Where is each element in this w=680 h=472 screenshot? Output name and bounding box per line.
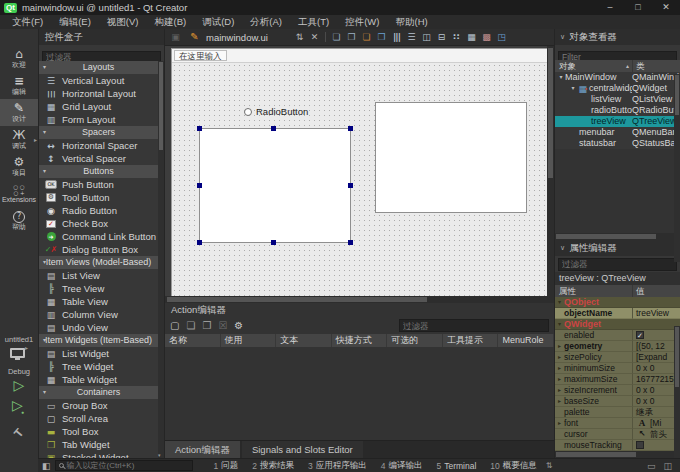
edit-buddies-icon[interactable] <box>360 30 373 45</box>
menu-item[interactable]: 工具(T) <box>290 15 337 29</box>
layout-vertical-icon[interactable] <box>405 30 418 45</box>
property-row[interactable]: ▸geometry[(50, 12 <box>555 341 680 352</box>
property-value[interactable]: treeView <box>632 308 680 319</box>
mode-设计[interactable]: 设计 <box>0 99 38 126</box>
property-value[interactable]: 继承 <box>632 407 680 418</box>
widget-box-category[interactable]: ▾Buttons <box>39 165 158 178</box>
output-pane-button[interactable]: 10概要信息 <box>483 460 543 472</box>
widget-box-item[interactable]: Group Box <box>39 399 158 412</box>
expander-icon[interactable]: ▸ <box>555 418 564 428</box>
layout-horizontal-icon[interactable] <box>390 30 403 45</box>
scrollbar-thumb[interactable] <box>167 297 427 302</box>
action-editor-column[interactable]: 文本 <box>276 334 332 347</box>
widget-box-item[interactable]: Undo View <box>39 321 158 334</box>
run-icon[interactable]: ▷ <box>0 377 38 393</box>
object-tree-row[interactable]: treeViewQTreeView <box>555 116 680 127</box>
canvas-vertical-scrollbar[interactable] <box>547 46 554 296</box>
split-icon[interactable] <box>293 30 306 45</box>
expander-icon[interactable]: ▸ <box>555 352 564 362</box>
selection-handle[interactable] <box>197 183 202 188</box>
menu-item[interactable]: 帮助(H) <box>387 15 435 29</box>
expander-icon[interactable]: ▾ <box>555 319 564 329</box>
object-inspector-hscrollbar[interactable] <box>555 233 674 240</box>
property-value[interactable]: [Mi <box>632 418 680 429</box>
adjust-size-icon[interactable] <box>495 30 508 45</box>
property-row[interactable]: ▸maximumSize16777215 <box>555 374 680 385</box>
mode-帮助[interactable]: 帮助 <box>0 207 38 234</box>
property-value[interactable]: 箭头 <box>632 429 680 440</box>
action-editor-column[interactable]: 可选的 <box>387 334 443 347</box>
property-row[interactable]: ▸sizeIncrement0 x 0 <box>555 385 680 396</box>
object-tree-row[interactable]: ▾centralwidgetQWidget <box>555 83 680 94</box>
bottom-tab-Signals and Slots Editor[interactable]: Signals and Slots Editor <box>242 441 363 458</box>
widget-box-item[interactable]: Form Layout <box>39 113 158 126</box>
checkbox-icon[interactable] <box>636 331 644 339</box>
new-action-icon[interactable] <box>170 319 179 333</box>
property-row[interactable]: cursor箭头 <box>555 429 680 440</box>
maximize-button[interactable]: □ <box>624 0 652 15</box>
property-row[interactable]: ▸baseSize0 x 0 <box>555 396 680 407</box>
break-layout-icon[interactable] <box>480 30 493 45</box>
property-value[interactable]: 0 x 0 <box>632 363 680 374</box>
widget-box-item[interactable]: List View <box>39 269 158 282</box>
mode-编辑[interactable]: 编辑 <box>0 72 38 99</box>
widget-box-item[interactable]: Horizontal Spacer <box>39 139 158 152</box>
action-editor-table-body[interactable] <box>165 347 554 440</box>
widget-box-item[interactable]: Tab Widget <box>39 438 158 451</box>
property-editor-vscrollbar[interactable] <box>674 326 680 472</box>
column-property[interactable]: 属性 <box>555 285 632 297</box>
widget-box-item[interactable]: Column View <box>39 308 158 321</box>
list-view-widget[interactable] <box>375 102 527 213</box>
mode-项目[interactable]: 项目 <box>0 153 38 180</box>
debug-run-icon[interactable]: ▷ <box>0 397 38 416</box>
selection-handle[interactable] <box>348 126 353 131</box>
selection-handle[interactable] <box>348 183 353 188</box>
expander-icon[interactable]: ▸ <box>555 363 564 373</box>
edit-tab-order-icon[interactable] <box>375 30 388 45</box>
widget-box-item[interactable]: Grid Layout <box>39 100 158 113</box>
property-row[interactable]: enabled <box>555 330 680 341</box>
widget-box-item[interactable]: Dialog Button Box <box>39 243 158 256</box>
close-document-icon[interactable] <box>308 30 321 45</box>
scrollbar-thumb[interactable] <box>159 62 163 150</box>
property-editor-hscrollbar[interactable] <box>555 451 674 458</box>
output-pane-button[interactable]: 2搜索结果 <box>245 460 301 472</box>
action-editor-column[interactable]: 名称 <box>165 334 221 347</box>
widget-box-item[interactable]: Table Widget <box>39 373 158 386</box>
close-button[interactable]: ✕ <box>652 0 680 15</box>
output-pane-button[interactable]: 5Terminal <box>429 460 483 472</box>
object-tree-row[interactable]: ▾MainWindowQMainWindow <box>555 72 680 83</box>
widget-box-item[interactable]: Tool Button <box>39 191 158 204</box>
column-object[interactable]: 对象▴ <box>555 60 632 72</box>
property-value[interactable]: 16777215 <box>632 374 680 385</box>
object-tree-row[interactable]: menubarQMenuBar <box>555 127 680 138</box>
widget-box-item[interactable]: Radio Button <box>39 204 158 217</box>
output-pane-button[interactable]: 1问题 <box>207 460 246 472</box>
menu-item[interactable]: 视图(V) <box>99 15 147 29</box>
progress-details-icon[interactable]: ▭ <box>647 461 656 471</box>
mode-调试[interactable]: 调试▸ <box>0 126 38 153</box>
property-row[interactable]: ▸minimumSize0 x 0 <box>555 363 680 374</box>
action-editor-column[interactable]: 使用 <box>221 334 277 347</box>
property-row[interactable]: ▸sizePolicy[Expand <box>555 352 680 363</box>
property-value[interactable]: 0 x 0 <box>632 396 680 407</box>
widget-box-item[interactable]: Push Button <box>39 178 158 191</box>
property-row[interactable]: mouseTracking <box>555 440 680 451</box>
bottom-tab-Action编辑器[interactable]: Action编辑器 <box>165 441 240 458</box>
object-tree-row[interactable]: radioButtonQRadioButton <box>555 105 680 116</box>
output-pane-arrows-icon[interactable]: ⇅ <box>546 461 553 470</box>
action-editor-column[interactable]: MenuRole <box>498 334 554 347</box>
checkbox-icon[interactable] <box>636 441 644 449</box>
widget-box-item[interactable]: Tree View <box>39 282 158 295</box>
expander-icon[interactable]: ▸ <box>555 341 564 351</box>
property-row[interactable]: objectNametreeView <box>555 308 680 319</box>
property-value[interactable]: 0 x 0 <box>632 385 680 396</box>
object-inspector-vscrollbar[interactable] <box>674 74 680 262</box>
widget-box-category[interactable]: ▾Item Widgets (Item-Based) <box>39 334 158 347</box>
property-category[interactable]: ▾QObject <box>555 297 680 308</box>
widget-box-item[interactable]: List Widget <box>39 347 158 360</box>
mode-欢迎[interactable]: 欢迎 <box>0 45 38 72</box>
mode-Extensions[interactable]: Extensions <box>0 180 38 207</box>
property-row[interactable]: ▸font[Mi <box>555 418 680 429</box>
property-value[interactable] <box>632 330 680 341</box>
